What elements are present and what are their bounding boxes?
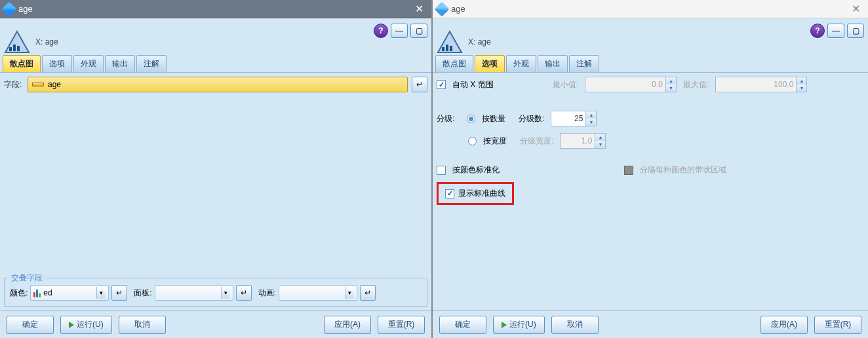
- help-button[interactable]: ?: [374, 24, 388, 38]
- tab-bar: 散点图 选项 外观 输出 注解: [0, 55, 431, 72]
- close-icon[interactable]: ✕: [847, 3, 864, 16]
- ok-button[interactable]: 确定: [439, 316, 486, 334]
- spinner[interactable]: ▲▼: [665, 77, 676, 92]
- tab-appearance[interactable]: 外观: [506, 55, 536, 72]
- bins-input[interactable]: 25 ▲▼: [551, 111, 597, 126]
- panel-combo[interactable]: ▾: [155, 285, 233, 301]
- animation-picker-button[interactable]: ↵: [360, 285, 376, 301]
- apply-button[interactable]: 应用(A): [324, 316, 371, 334]
- tab-appearance[interactable]: 外观: [73, 55, 104, 72]
- x-axis-label: X: age: [35, 37, 58, 47]
- field-picker-button[interactable]: ↵: [412, 77, 427, 92]
- show-std-curve-checkbox[interactable]: [445, 189, 454, 198]
- max-label: 最大值:: [683, 79, 709, 90]
- show-std-curve-label: 显示标准曲线: [458, 188, 505, 199]
- bins-label: 分级数:: [519, 113, 544, 124]
- play-icon: [69, 322, 74, 328]
- window-title: age: [451, 4, 465, 14]
- run-button[interactable]: 运行(U): [60, 316, 112, 334]
- tab-output[interactable]: 输出: [105, 55, 135, 72]
- tab-options[interactable]: 选项: [475, 55, 505, 72]
- spinner[interactable]: ▲▼: [585, 111, 596, 126]
- bottom-bar: 确定 运行(U) 取消 应用(A) 重置(R): [433, 310, 868, 338]
- color-label: 颜色:: [10, 288, 28, 299]
- overlay-fields-group: 交叠字段 颜色: ed ▾ ↵ 面板: ▾ ↵: [4, 278, 427, 307]
- tab-scatter[interactable]: 散点图: [3, 55, 41, 72]
- window-title: age: [18, 4, 33, 14]
- content-pane: 自动 X 范围 最小值: 0.0 ▲▼ 最大值: 100.0 ▲▼ 分级: 按数…: [433, 72, 868, 310]
- svg-rect-1: [9, 47, 12, 51]
- auto-x-range-label: 自动 X 范围: [452, 79, 494, 90]
- header: X: age ? — ▢: [433, 18, 868, 55]
- auto-x-range-checkbox[interactable]: [437, 80, 446, 89]
- min-input: 0.0 ▲▼: [585, 77, 677, 92]
- panel-label: 面板:: [134, 288, 151, 299]
- field-input[interactable]: age: [28, 77, 408, 92]
- normalize-by-color-label: 按颜色标准化: [452, 164, 500, 176]
- chevron-down-icon[interactable]: ▾: [221, 287, 230, 299]
- min-label: 最小值:: [553, 79, 578, 90]
- reset-button[interactable]: 重置(R): [814, 316, 861, 334]
- reset-button[interactable]: 重置(R): [378, 316, 425, 334]
- spinner[interactable]: ▲▼: [595, 134, 605, 148]
- animation-combo[interactable]: ▾: [279, 285, 357, 301]
- color-value: ed: [43, 288, 52, 297]
- field-label: 字段:: [4, 79, 24, 90]
- titlebar: age ✕: [0, 0, 431, 18]
- svg-rect-6: [446, 45, 448, 51]
- chart-logo-icon: [4, 30, 30, 54]
- chart-logo-icon: [437, 30, 463, 54]
- x-axis-label: X: age: [468, 37, 491, 47]
- svg-rect-5: [442, 47, 444, 51]
- cancel-button[interactable]: 取消: [551, 316, 599, 334]
- grade-label: 分级:: [437, 113, 460, 124]
- split-strip-label: 分隔每种颜色的带状区域: [640, 164, 726, 176]
- chevron-down-icon[interactable]: ▾: [345, 287, 354, 299]
- binwidth-input: 1.0 ▲▼: [560, 133, 606, 149]
- maximize-button[interactable]: ▢: [847, 24, 864, 38]
- animation-label: 动画:: [258, 288, 276, 299]
- overlay-legend: 交叠字段: [9, 272, 45, 284]
- svg-rect-3: [17, 46, 20, 51]
- by-count-label: 按数量: [482, 113, 505, 124]
- tab-annotations[interactable]: 注解: [569, 55, 599, 72]
- by-width-radio[interactable]: [468, 137, 477, 145]
- by-count-radio[interactable]: [467, 115, 475, 123]
- tab-output[interactable]: 输出: [538, 55, 568, 72]
- max-input: 100.0 ▲▼: [715, 77, 807, 92]
- cancel-button[interactable]: 取消: [119, 316, 166, 334]
- minimize-button[interactable]: —: [391, 24, 408, 38]
- color-combo[interactable]: ed ▾: [30, 285, 109, 301]
- svg-rect-2: [13, 45, 16, 51]
- tab-bar: 散点图 选项 外观 输出 注解: [433, 55, 868, 72]
- bottom-bar: 确定 运行(U) 取消 应用(A) 重置(R): [0, 310, 431, 338]
- binwidth-label: 分级宽度:: [520, 136, 553, 147]
- panel-picker-button[interactable]: ↵: [236, 285, 252, 301]
- ok-button[interactable]: 确定: [7, 316, 54, 334]
- minimize-button[interactable]: —: [827, 24, 844, 38]
- svg-rect-7: [450, 46, 452, 51]
- field-value: age: [48, 80, 61, 89]
- split-strip-checkbox: [624, 166, 633, 175]
- by-width-label: 按宽度: [483, 136, 507, 147]
- help-button[interactable]: ?: [810, 24, 825, 38]
- close-icon[interactable]: ✕: [410, 3, 427, 16]
- normalize-by-color-checkbox[interactable]: [437, 166, 446, 175]
- gem-icon: [2, 1, 17, 16]
- apply-button[interactable]: 应用(A): [760, 316, 808, 334]
- titlebar: age ✕: [433, 0, 868, 18]
- tab-options[interactable]: 选项: [42, 55, 72, 72]
- spinner[interactable]: ▲▼: [796, 77, 806, 92]
- header: X: age ? — ▢: [0, 18, 431, 55]
- run-button[interactable]: 运行(U): [493, 316, 545, 334]
- maximize-button[interactable]: ▢: [410, 24, 427, 38]
- play-icon: [502, 322, 507, 328]
- tab-annotations[interactable]: 注解: [136, 55, 167, 72]
- color-picker-button[interactable]: ↵: [111, 285, 127, 301]
- chevron-down-icon[interactable]: ▾: [96, 287, 106, 299]
- bar-icon: [33, 288, 41, 297]
- content-pane: 字段: age ↵ 交叠字段 颜色: ed ▾ ↵: [0, 72, 431, 310]
- gem-icon: [435, 1, 450, 16]
- tab-scatter[interactable]: 散点图: [435, 55, 473, 72]
- ruler-icon: [32, 83, 44, 86]
